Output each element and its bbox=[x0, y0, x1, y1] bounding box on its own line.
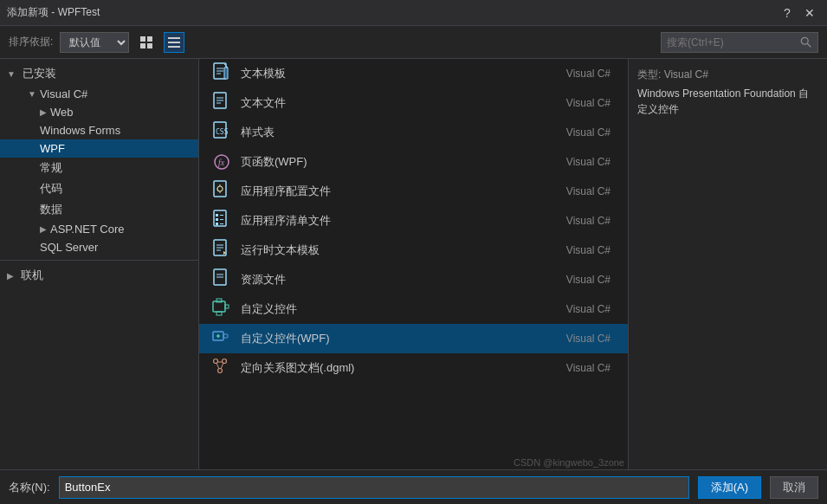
svg-marker-13 bbox=[224, 64, 228, 79]
list-view-button[interactable] bbox=[164, 32, 184, 53]
add-button[interactable]: 添加(A) bbox=[698, 476, 761, 499]
svg-point-46 bbox=[214, 359, 218, 363]
name-label: 名称(N): bbox=[9, 480, 50, 495]
sidebar-web-label: Web bbox=[50, 106, 74, 119]
svg-rect-28 bbox=[216, 218, 218, 221]
svg-text:fx: fx bbox=[218, 158, 225, 167]
file-icon-4 bbox=[210, 179, 234, 204]
svg-rect-6 bbox=[168, 46, 180, 48]
file-item-3[interactable]: fx 页函数(WPF) Visual C# bbox=[199, 147, 628, 177]
sidebar-item-sql[interactable]: SQL Server bbox=[0, 238, 198, 256]
dgml-icon bbox=[212, 357, 231, 379]
file-icon-3: fx bbox=[210, 150, 234, 174]
file-item-5[interactable]: 应用程序清单文件 Visual C# bbox=[199, 206, 628, 236]
file-item-10[interactable]: 定向关系图文档(.dgml) Visual C# bbox=[199, 353, 628, 383]
svg-rect-2 bbox=[140, 43, 145, 48]
titlebar-controls: ? ✕ bbox=[777, 4, 820, 22]
file-icon-6 bbox=[210, 238, 234, 262]
file-type-9: Visual C# bbox=[566, 333, 617, 345]
file-item-6[interactable]: 运行时文本模板 Visual C# bbox=[199, 236, 628, 265]
func-icon: fx bbox=[212, 151, 231, 173]
expand-web-icon: ▶ bbox=[40, 107, 47, 117]
titlebar: 添加新项 - WPFTest ? ✕ bbox=[0, 0, 827, 26]
sidebar-item-data[interactable]: 数据 bbox=[0, 199, 198, 220]
file-icon-10 bbox=[210, 356, 234, 380]
info-panel: 类型: Visual C# Windows Presentation Found… bbox=[628, 59, 827, 469]
info-description: Windows Presentation Foundation 自定义控件 bbox=[637, 86, 818, 117]
sidebar-visual-csharp-label: Visual C# bbox=[40, 87, 87, 100]
file-list: 文本模板 Visual C# 文本文件 Visual C# bbox=[199, 59, 628, 469]
file-type-7: Visual C# bbox=[566, 274, 617, 286]
sidebar-item-aspnet[interactable]: ▶ ASP.NET Core bbox=[0, 220, 198, 238]
name-input[interactable] bbox=[59, 476, 689, 499]
expand-lianji-icon: ▶ bbox=[7, 271, 21, 281]
file-item-0[interactable]: 文本模板 Visual C# bbox=[199, 59, 628, 88]
file-type-0: Visual C# bbox=[566, 68, 617, 80]
expand-aspnet-icon: ▶ bbox=[40, 224, 47, 234]
file-name-10: 定向关系图文档(.dgml) bbox=[241, 360, 566, 376]
sidebar-code-label: 代码 bbox=[40, 182, 62, 195]
svg-rect-4 bbox=[168, 37, 180, 39]
svg-rect-1 bbox=[147, 36, 152, 42]
svg-point-7 bbox=[801, 37, 808, 44]
sidebar-lianji-header[interactable]: ▶ 联机 bbox=[0, 264, 198, 287]
cancel-button[interactable]: 取消 bbox=[770, 476, 818, 499]
sidebar-lianji-label: 联机 bbox=[21, 268, 43, 283]
sidebar-item-windows-forms[interactable]: Windows Forms bbox=[0, 121, 198, 139]
file-type-6: Visual C# bbox=[566, 244, 617, 256]
search-box bbox=[661, 32, 818, 53]
sidebar-item-code[interactable]: 代码 bbox=[0, 178, 198, 199]
file-name-4: 应用程序配置文件 bbox=[241, 184, 566, 199]
sidebar-item-wpf[interactable]: WPF bbox=[0, 139, 198, 158]
file-name-1: 文本文件 bbox=[241, 95, 566, 111]
help-button[interactable]: ? bbox=[777, 4, 798, 22]
titlebar-title: 添加新项 - WPFTest bbox=[7, 5, 100, 20]
file-item-8[interactable]: 自定义控件 Visual C# bbox=[199, 294, 628, 324]
sidebar-aspnet-label: ASP.NET Core bbox=[50, 223, 125, 236]
sidebar-data-label: 数据 bbox=[40, 203, 62, 216]
manifest-icon bbox=[212, 210, 231, 232]
sidebar-item-changgui[interactable]: 常规 bbox=[0, 158, 198, 178]
resource-icon bbox=[212, 268, 231, 291]
svg-point-47 bbox=[223, 359, 227, 363]
sidebar: ▼ 已安装 ▼ Visual C# ▶ Web Windows Forms WP… bbox=[0, 59, 199, 469]
file-item-2[interactable]: CSS 样式表 Visual C# bbox=[199, 118, 628, 147]
svg-point-48 bbox=[218, 368, 223, 372]
file-item-7[interactable]: 资源文件 Visual C# bbox=[199, 265, 628, 294]
svg-rect-3 bbox=[147, 43, 152, 48]
svg-rect-0 bbox=[140, 36, 145, 42]
sidebar-windows-forms-label: Windows Forms bbox=[40, 124, 120, 137]
file-icon-5 bbox=[210, 209, 234, 233]
svg-rect-5 bbox=[168, 42, 180, 43]
sidebar-item-visual-csharp[interactable]: ▼ Visual C# bbox=[0, 85, 198, 103]
dialog-body: 排序依据: 默认值 ▼ bbox=[0, 26, 827, 504]
grid-view-button[interactable] bbox=[136, 32, 157, 53]
sidebar-installed-header[interactable]: ▼ 已安装 bbox=[0, 62, 198, 85]
wpf-custom-icon bbox=[212, 327, 231, 350]
file-icon-9 bbox=[210, 326, 234, 351]
file-type-3: Visual C# bbox=[566, 156, 617, 168]
file-item-9[interactable]: 自定义控件(WPF) Visual C# bbox=[199, 324, 628, 353]
file-item-1[interactable]: 文本文件 Visual C# bbox=[199, 88, 628, 118]
file-type-2: Visual C# bbox=[566, 126, 617, 139]
css-icon: CSS bbox=[212, 121, 231, 144]
sidebar-item-web[interactable]: ▶ Web bbox=[0, 103, 198, 121]
close-button[interactable]: ✕ bbox=[799, 4, 820, 22]
file-item-4[interactable]: 应用程序配置文件 Visual C# bbox=[199, 177, 628, 206]
svg-line-50 bbox=[216, 363, 219, 369]
doc-icon-0 bbox=[212, 62, 231, 85]
file-icon-8 bbox=[210, 297, 234, 321]
search-input[interactable] bbox=[667, 36, 797, 48]
list-icon bbox=[167, 36, 181, 49]
sidebar-changgui-label: 常规 bbox=[40, 161, 62, 174]
file-name-6: 运行时文本模板 bbox=[241, 242, 566, 258]
collapse-installed-icon: ▼ bbox=[7, 69, 21, 79]
sidebar-divider bbox=[0, 260, 198, 261]
file-name-5: 应用程序清单文件 bbox=[241, 213, 566, 229]
file-name-2: 样式表 bbox=[241, 125, 566, 140]
sort-select[interactable]: 默认值 bbox=[60, 32, 129, 53]
svg-line-51 bbox=[221, 363, 223, 369]
svg-rect-27 bbox=[216, 214, 218, 216]
runtime-icon bbox=[212, 239, 231, 262]
file-icon-1 bbox=[210, 91, 234, 115]
